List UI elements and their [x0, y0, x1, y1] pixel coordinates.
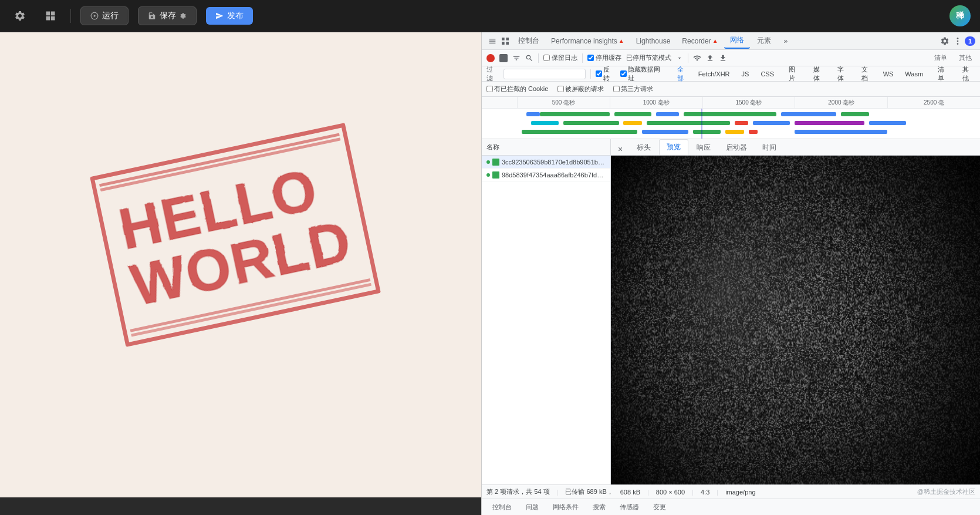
preserve-log-checkbox[interactable]: 保留日志 — [543, 53, 577, 62]
type-wasm-button[interactable]: Wasm — [901, 70, 927, 78]
publish-button[interactable]: 发布 — [206, 7, 253, 25]
bottom-tab-issues[interactable]: 问题 — [520, 501, 545, 513]
type-all-button[interactable]: 全部 — [670, 65, 690, 83]
tab-elements[interactable]: 元素 — [751, 33, 777, 48]
preview-image — [611, 156, 980, 484]
run-button[interactable]: 运行 — [80, 6, 129, 25]
timeline-ruler: 500 毫秒 1000 毫秒 1500 毫秒 2000 毫秒 2500 毫 — [482, 97, 980, 109]
bottom-tab-sensors[interactable]: 传感器 — [614, 501, 645, 513]
preview-panel: × 标头 预览 响应 启动器 时间 — [611, 139, 980, 484]
type-doc-button[interactable]: 文档 — [855, 65, 874, 83]
image-dimensions: 800 × 600 — [656, 489, 685, 496]
more-icon[interactable] — [952, 35, 964, 47]
tab-performance-insights[interactable]: Performance insights ▲ — [546, 35, 629, 48]
timeline-row-2 — [517, 119, 980, 127]
file-list-header: 名称 — [482, 139, 610, 156]
record-button[interactable] — [486, 54, 495, 62]
bottom-tab-changes[interactable]: 变更 — [647, 501, 672, 513]
top-toolbar: 运行 保存 发布 稀 — [0, 0, 980, 32]
hide-data-url-checkbox[interactable]: 隐藏数据网址 — [620, 65, 665, 83]
type-img-button[interactable]: 图片 — [782, 65, 802, 83]
tab-recorder[interactable]: Recorder ▲ — [677, 35, 722, 48]
type-ws-button[interactable]: WS — [880, 70, 897, 78]
devtools-square-icon[interactable] — [499, 35, 511, 47]
tab-timing[interactable]: 时间 — [755, 140, 783, 155]
mark-1500: 1500 毫秒 — [702, 97, 795, 108]
settings-button[interactable] — [9, 5, 31, 26]
timeline-marks: 500 毫秒 1000 毫秒 1500 毫秒 2000 毫秒 2500 毫 — [517, 97, 980, 108]
timeline-cursor — [701, 109, 702, 139]
mark-2500: 2500 毫 — [887, 97, 980, 108]
devtools-panel: 控制台 Performance insights ▲ Lighthouse Re… — [481, 32, 980, 515]
performance-up-icon: ▲ — [619, 38, 624, 44]
disable-cache-checkbox[interactable]: 停用缓存 — [587, 53, 621, 62]
close-button[interactable]: × — [616, 143, 625, 155]
avatar[interactable]: 稀 — [949, 5, 971, 26]
timeline-row-1 — [517, 110, 980, 119]
filter-icon[interactable] — [512, 54, 521, 62]
chevron-down-icon[interactable] — [676, 55, 683, 62]
tab-lighthouse[interactable]: Lighthouse — [630, 35, 677, 48]
tab-console[interactable]: 控制台 — [512, 33, 545, 48]
third-party-checkbox[interactable]: 第三方请求 — [613, 85, 653, 93]
devtools-toggle-icon[interactable] — [486, 35, 498, 47]
preview-content — [611, 156, 980, 484]
tab-network[interactable]: 网络 — [724, 33, 750, 49]
tab-count-badge: 1 — [965, 36, 975, 46]
svg-rect-5 — [506, 42, 509, 45]
tab-initiator[interactable]: 启动器 — [719, 140, 754, 155]
preview-tabs: × 标头 预览 响应 启动器 时间 — [611, 139, 980, 156]
tab-preview[interactable]: 预览 — [659, 139, 688, 155]
clear-button[interactable]: 清单 — [931, 52, 951, 63]
list-item[interactable]: 3cc923506359b8170e1d8b9051bb2... — [482, 156, 610, 169]
download-icon[interactable] — [719, 54, 727, 62]
type-manifest-button[interactable]: 清单 — [931, 65, 951, 83]
other-button[interactable]: 其他 — [955, 52, 975, 63]
type-other-button[interactable]: 其他 — [956, 65, 975, 83]
svg-marker-1 — [94, 15, 96, 18]
publish-label: 发布 — [227, 11, 244, 21]
status-dot-1 — [486, 160, 490, 164]
divider-1 — [538, 53, 539, 63]
recorder-up-icon: ▲ — [712, 38, 718, 44]
timeline-area: 500 毫秒 1000 毫秒 1500 毫秒 2000 毫秒 2500 毫 — [482, 97, 980, 139]
type-fetch-button[interactable]: Fetch/XHR — [695, 70, 734, 78]
stop-button[interactable] — [499, 54, 508, 62]
image-ratio: 4:3 — [701, 489, 709, 496]
cookie-checkbox[interactable]: 有已拦截的 Cookie — [486, 85, 548, 93]
blocked-checkbox[interactable]: 被屏蔽的请求 — [557, 85, 604, 93]
svg-rect-2 — [502, 38, 505, 41]
bottom-tab-console[interactable]: 控制台 — [486, 501, 518, 513]
type-css-button[interactable]: CSS — [757, 70, 778, 78]
tab-more[interactable]: » — [778, 35, 794, 48]
file-type-icon-1 — [492, 159, 499, 166]
tab-response[interactable]: 响应 — [690, 140, 718, 155]
bottom-tab-network-conditions[interactable]: 网络条件 — [547, 501, 584, 513]
list-item[interactable]: 98d5839f47354aaa86afb246b7fd9ea... — [482, 169, 610, 181]
filter-input[interactable] — [503, 69, 586, 79]
invert-checkbox[interactable]: 反转 — [596, 65, 616, 83]
type-font-button[interactable]: 字体 — [831, 65, 850, 83]
cookie-filter-bar: 有已拦截的 Cookie 被屏蔽的请求 第三方请求 — [482, 82, 980, 97]
type-js-button[interactable]: JS — [738, 70, 753, 78]
tab-headers[interactable]: 标头 — [630, 140, 658, 155]
canvas-area: HELLO WORLD — [0, 32, 481, 515]
image-type: image/png — [725, 489, 755, 496]
file-type-icon-2 — [492, 171, 499, 179]
search-icon[interactable] — [525, 54, 533, 62]
save-button[interactable]: 保存 — [138, 6, 197, 25]
grid-view-button[interactable] — [40, 5, 61, 26]
wifi-icon — [693, 54, 701, 62]
type-media-button[interactable]: 媒体 — [806, 65, 826, 83]
watermark: @稀土掘金技术社区 — [917, 487, 975, 496]
filter-bar: 过滤 反转 隐藏数据网址 全部 Fetch/XHR JS CSS 图片 媒体 字… — [482, 66, 980, 82]
name-column-header: 名称 — [486, 143, 499, 152]
upload-icon[interactable] — [706, 54, 714, 62]
svg-rect-4 — [502, 42, 505, 45]
svg-rect-3 — [506, 38, 509, 41]
bottom-tab-search[interactable]: 搜索 — [587, 501, 611, 513]
settings-icon[interactable] — [939, 35, 951, 47]
devtools-topbar: 控制台 Performance insights ▲ Lighthouse Re… — [482, 32, 980, 50]
mark-1000: 1000 毫秒 — [610, 97, 702, 108]
status-dot-2 — [486, 173, 490, 177]
